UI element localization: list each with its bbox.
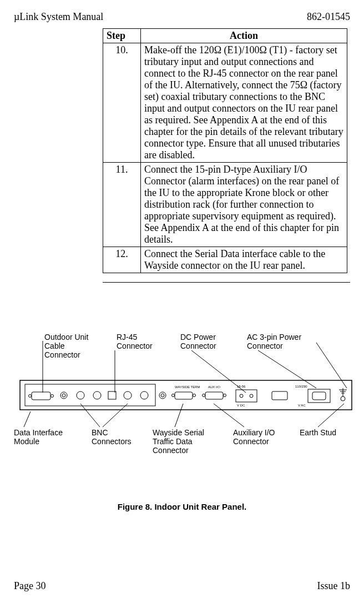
svg-text:AUX I/O: AUX I/O xyxy=(208,385,220,389)
svg-rect-2 xyxy=(32,392,50,400)
svg-point-12 xyxy=(159,392,166,399)
table-row: 11. Connect the 15-pin D-type Auxiliary … xyxy=(103,163,347,247)
footer-left: Page 30 xyxy=(14,580,46,592)
cell-action: Connect the 15-pin D-type Auxiliary I/O … xyxy=(141,163,347,247)
svg-text:18-56: 18-56 xyxy=(237,385,246,388)
cell-step: 10. xyxy=(103,43,141,163)
svg-text:110/230: 110/230 xyxy=(295,385,307,388)
label-rj45: RJ-45 Connector xyxy=(117,333,153,350)
th-action: Action xyxy=(141,29,347,43)
svg-point-11 xyxy=(140,391,148,399)
label-data-interface-module: Data Interface Module xyxy=(14,428,63,446)
svg-text:WAYSIDE TERM: WAYSIDE TERM xyxy=(175,385,200,389)
svg-rect-9 xyxy=(108,391,116,399)
step-action-table: Step Action 10. Make-off the 120Ω (E1)/1… xyxy=(103,28,347,273)
svg-point-8 xyxy=(93,391,101,399)
figure-caption: Figure 8. Indoor Unit Rear Panel. xyxy=(14,502,350,511)
svg-point-20 xyxy=(224,394,226,397)
svg-rect-18 xyxy=(205,392,223,399)
cell-action: Connect the Serial Data interface cable … xyxy=(141,247,347,273)
svg-point-24 xyxy=(250,394,253,398)
svg-rect-29 xyxy=(312,392,326,400)
svg-rect-14 xyxy=(175,392,193,399)
footer-right: Issue 1b xyxy=(317,580,351,592)
header-left: µLink System Manual xyxy=(14,11,103,23)
table-row: 10. Make-off the 120Ω (E1)/100Ω (T1) - f… xyxy=(103,43,347,163)
svg-point-15 xyxy=(172,394,175,397)
rear-panel-diagram: Outdoor Unit Cable Connector RJ-45 Conne… xyxy=(14,333,350,477)
label-ac-power: AC 3-pin Power Connector xyxy=(247,333,301,350)
cell-action: Make-off the 120Ω (E1)/100Ω (T1) - facto… xyxy=(141,43,347,163)
svg-point-19 xyxy=(203,394,205,397)
svg-point-13 xyxy=(161,394,164,397)
header-right: 862-01545 xyxy=(307,11,350,23)
svg-rect-22 xyxy=(236,390,257,402)
svg-point-3 xyxy=(29,395,32,398)
svg-point-23 xyxy=(240,394,243,398)
label-bnc: BNC Connectors xyxy=(92,428,132,446)
svg-point-7 xyxy=(77,391,84,399)
label-earth-stud: Earth Stud xyxy=(300,428,336,437)
cell-step: 12. xyxy=(103,247,141,273)
label-outdoor-unit-cable: Outdoor Unit Cable Connector xyxy=(44,333,88,359)
section-rule xyxy=(103,282,350,283)
label-wayside: Wayside Serial Traffic Data Connector xyxy=(153,428,204,455)
svg-rect-28 xyxy=(308,389,330,403)
label-aux-io: Auxiliary I/O Connector xyxy=(233,428,275,446)
svg-rect-1 xyxy=(25,384,155,406)
cell-step: 11. xyxy=(103,163,141,247)
svg-text:V DC: V DC xyxy=(237,404,245,407)
svg-text:V AC: V AC xyxy=(298,404,306,407)
svg-line-42 xyxy=(24,411,31,427)
rear-panel-svg: WAYSIDE TERM AUX I/O 18-56 V DC 110/230 … xyxy=(19,380,352,410)
svg-point-6 xyxy=(62,394,65,397)
svg-point-4 xyxy=(51,395,54,398)
svg-point-16 xyxy=(193,394,196,397)
table-row: 12. Connect the Serial Data interface ca… xyxy=(103,247,347,273)
svg-point-10 xyxy=(124,391,132,399)
svg-point-32 xyxy=(341,396,345,401)
label-dc-power: DC Power Connector xyxy=(180,333,216,350)
svg-point-5 xyxy=(60,392,67,399)
th-step: Step xyxy=(103,29,141,43)
svg-rect-27 xyxy=(272,391,287,400)
